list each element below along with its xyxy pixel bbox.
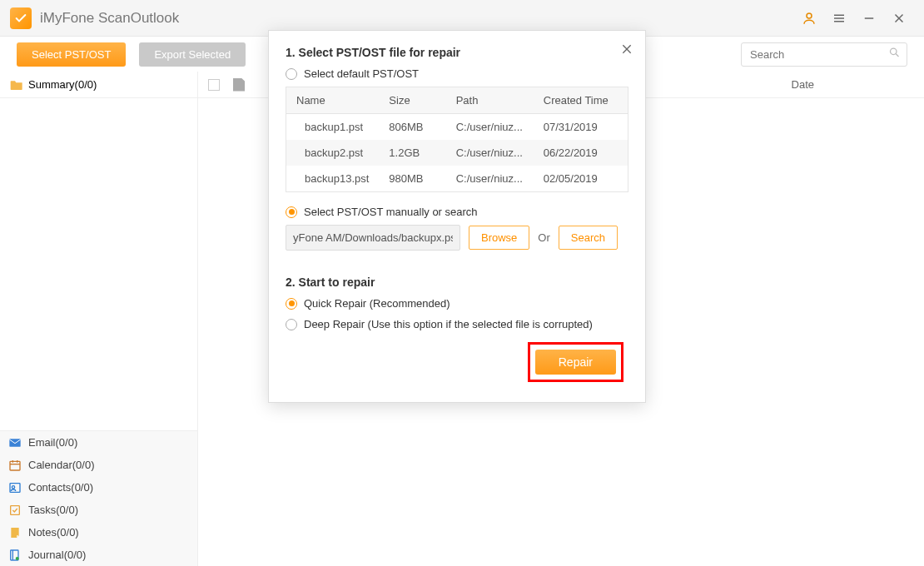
svg-rect-9 (9, 439, 20, 446)
search-icon (888, 47, 901, 62)
cell-size: 806MB (379, 114, 445, 141)
mail-icon (8, 436, 22, 449)
svg-rect-16 (11, 505, 20, 514)
svg-line-8 (896, 54, 898, 57)
col-name[interactable]: Name (286, 87, 380, 114)
sidebar-summary-node[interactable]: Summary(0/0) (0, 72, 197, 98)
step1-title: 1. Select PST/OST file for repair (286, 46, 628, 59)
menu-icon[interactable] (824, 3, 854, 33)
journal-icon (8, 549, 22, 562)
radio-label: Quick Repair (Recommended) (304, 297, 450, 310)
radio-icon (286, 206, 297, 218)
search-field-wrap (741, 42, 907, 67)
attachment-column-icon (233, 78, 245, 92)
nav-item-contacts[interactable]: Contacts(0/0) (0, 476, 197, 499)
nav-item-tasks[interactable]: Tasks(0/0) (0, 499, 197, 521)
pst-file-table: Name Size Path Created Time backup1.pst … (286, 87, 628, 192)
cell-path: C:/user/niuz... (446, 140, 534, 166)
nav-item-notes[interactable]: Notes(0/0) (0, 521, 197, 544)
radio-manual-pst[interactable]: Select PST/OST manually or search (286, 206, 628, 218)
nav-item-email[interactable]: Email(0/0) (0, 431, 197, 454)
radio-label: Select PST/OST manually or search (304, 206, 478, 218)
col-created[interactable]: Created Time (534, 87, 628, 114)
svg-point-19 (16, 557, 19, 560)
search-input[interactable] (741, 42, 907, 67)
cell-path: C:/user/niuz... (446, 114, 534, 141)
col-size[interactable]: Size (379, 87, 445, 114)
nav-item-label: Notes(0/0) (28, 526, 79, 539)
dialog-close-button[interactable] (617, 39, 637, 59)
cell-created: 02/05/2019 (534, 166, 628, 192)
radio-icon (286, 298, 297, 310)
radio-label: Select default PST/OST (304, 67, 419, 80)
nav-item-label: Tasks(0/0) (28, 504, 78, 516)
cell-created: 07/31/2019 (534, 114, 628, 141)
task-icon (8, 504, 22, 517)
svg-point-7 (891, 48, 897, 55)
cell-path: C:/user/niuz... (446, 166, 534, 192)
calendar-icon (8, 459, 22, 472)
nav-item-label: Calendar(0/0) (28, 459, 95, 471)
cell-created: 06/22/2019 (534, 140, 628, 166)
select-all-checkbox[interactable] (208, 79, 220, 91)
minimize-icon[interactable] (854, 3, 884, 33)
or-label: Or (538, 231, 549, 244)
radio-default-pst[interactable]: Select default PST/OST (286, 67, 628, 80)
svg-point-0 (807, 13, 812, 18)
cell-size: 980MB (379, 166, 445, 192)
step2-title: 2. Start to repair (286, 276, 628, 289)
radio-deep-repair[interactable]: Deep Repair (Use this option if the sele… (286, 318, 628, 330)
radio-icon (286, 68, 297, 80)
nav-item-calendar[interactable]: Calendar(0/0) (0, 454, 197, 476)
contact-icon (8, 481, 22, 494)
cell-name: backup1.pst (286, 114, 380, 141)
nav-item-label: Contacts(0/0) (28, 481, 93, 494)
nav-item-label: Journal(0/0) (28, 549, 86, 561)
browse-button[interactable]: Browse (469, 226, 529, 250)
cell-size: 1.2GB (379, 140, 445, 166)
export-selected-button: Export Selected (139, 42, 246, 67)
column-date[interactable]: Date (792, 78, 814, 91)
folder-icon (10, 79, 23, 91)
table-row[interactable]: backup13.pst 980MB C:/user/niuz... 02/05… (286, 166, 628, 192)
radio-label: Deep Repair (Use this option if the sele… (304, 318, 593, 330)
svg-rect-10 (10, 461, 20, 470)
close-icon[interactable] (884, 3, 914, 33)
app-title: iMyFone ScanOutlook (40, 10, 179, 27)
cell-name: backup2.pst (286, 140, 380, 166)
sidebar: Summary(0/0) Email(0/0) Calendar(0/0) Co… (0, 72, 198, 566)
note-icon (8, 526, 22, 539)
select-pst-button[interactable]: Select PST/OST (17, 42, 126, 67)
repair-button[interactable]: Repair (535, 350, 616, 375)
repair-highlight-box: Repair (528, 342, 623, 382)
search-button[interactable]: Search (559, 226, 618, 250)
cell-name: backup13.pst (286, 166, 380, 192)
col-path[interactable]: Path (446, 87, 534, 114)
app-logo-icon (10, 7, 32, 29)
nav-list: Email(0/0) Calendar(0/0) Contacts(0/0) T… (0, 430, 197, 566)
nav-item-label: Email(0/0) (28, 436, 77, 449)
select-file-dialog: 1. Select PST/OST file for repair Select… (268, 30, 646, 403)
radio-icon (286, 319, 297, 330)
manual-select-row: Browse Or Search (286, 225, 628, 251)
radio-quick-repair[interactable]: Quick Repair (Recommended) (286, 297, 628, 310)
path-input[interactable] (286, 225, 460, 251)
user-icon[interactable] (794, 3, 824, 33)
sidebar-summary-label: Summary(0/0) (28, 78, 97, 91)
table-row[interactable]: backup2.pst 1.2GB C:/user/niuz... 06/22/… (286, 140, 628, 166)
table-row[interactable]: backup1.pst 806MB C:/user/niuz... 07/31/… (286, 114, 628, 141)
nav-item-journal[interactable]: Journal(0/0) (0, 544, 197, 566)
svg-point-15 (12, 485, 14, 488)
